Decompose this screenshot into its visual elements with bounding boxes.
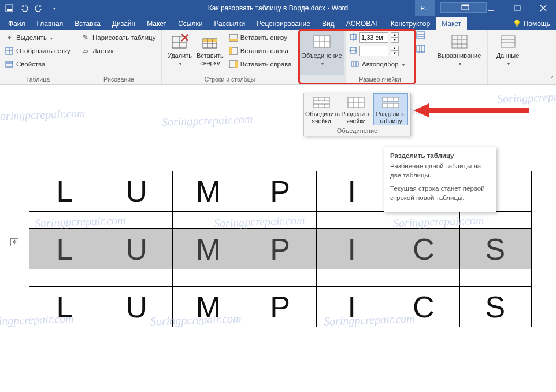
split-table-label: Разделить таблицу [376, 110, 406, 124]
tab-mailings[interactable]: Рассылки [208, 17, 251, 30]
distribute-rows-icon[interactable] [416, 31, 425, 44]
split-table-button[interactable]: Разделить таблицу [373, 93, 408, 125]
minimize-button[interactable] [478, 0, 504, 16]
merge-dropdown-button[interactable]: Объединение [299, 31, 344, 75]
table-cell[interactable]: M [173, 229, 244, 269]
qat-customize-icon[interactable]: ▾ [50, 3, 59, 13]
help-button[interactable]: 💡 Помощь [507, 17, 556, 30]
tooltip-text2: Текущая строка станет первой строкой нов… [390, 184, 490, 202]
table-cell[interactable]: S [459, 229, 531, 269]
properties-label: Свойства [16, 61, 46, 68]
tab-acrobat[interactable]: ACROBAT [340, 17, 385, 30]
tab-table-layout[interactable]: Макет [436, 17, 467, 30]
autofit-button[interactable]: Автоподбор [349, 58, 406, 71]
pencil-table-icon: ✎ [81, 33, 90, 42]
col-width-control[interactable]: ▲▼ [349, 45, 406, 57]
data-button[interactable]: Данные [494, 31, 522, 75]
table-cell[interactable]: L [29, 229, 101, 269]
redo-icon[interactable] [35, 3, 44, 13]
group-label-cellsize: Размер ячейки [349, 75, 411, 84]
table-row [29, 269, 532, 287]
distribute-cols-icon[interactable] [416, 45, 425, 57]
spin-down[interactable]: ▼ [391, 51, 399, 56]
document-area[interactable]: ✥ L U M P I C L U M P I C S [0, 85, 556, 392]
table-cell[interactable]: M [173, 287, 244, 327]
help-label: Помощь [524, 20, 550, 28]
table-cell[interactable]: L [29, 171, 101, 212]
spin-up[interactable]: ▲ [391, 32, 399, 38]
svg-rect-11 [6, 61, 13, 67]
save-icon[interactable] [5, 3, 14, 13]
tab-insert[interactable]: Вставка [69, 17, 106, 30]
insert-right-icon [229, 60, 238, 69]
height-icon [349, 33, 357, 42]
row-height-control[interactable]: ▲▼ [349, 31, 406, 44]
merge-cells-button[interactable]: Объединить ячейки [304, 93, 339, 125]
insert-below-button[interactable]: Вставить снизу [228, 31, 293, 44]
maximize-button[interactable] [504, 0, 530, 16]
table-cell[interactable]: P [244, 171, 316, 212]
tab-table-design[interactable]: Конструктор [385, 17, 436, 30]
tab-review[interactable]: Рецензирование [251, 17, 316, 30]
table-cell[interactable]: I [316, 287, 388, 327]
table-cell[interactable]: U [101, 229, 173, 269]
tab-home[interactable]: Главная [31, 17, 69, 30]
svg-rect-43 [417, 45, 425, 52]
merge-cells-icon [312, 95, 331, 109]
table-cell[interactable]: U [101, 287, 173, 327]
properties-button[interactable]: Свойства [3, 58, 72, 71]
tab-layout[interactable]: Макет [141, 17, 172, 30]
table-cell[interactable]: I [316, 229, 388, 269]
svg-rect-26 [229, 47, 232, 54]
table-cell[interactable]: P [244, 229, 316, 269]
cursor-icon: ⌖ [5, 33, 14, 42]
svg-rect-65 [383, 97, 399, 101]
table-cell[interactable]: P [244, 287, 316, 327]
eraser-button[interactable]: ▱Ластик [80, 45, 157, 57]
undo-icon[interactable] [20, 3, 29, 13]
insert-above-button[interactable]: Вставить сверху [194, 31, 226, 75]
collapse-ribbon-icon[interactable]: ˄ [551, 76, 554, 82]
draw-table-button[interactable]: ✎Нарисовать таблицу [80, 31, 157, 44]
spin-down[interactable]: ▼ [391, 38, 399, 43]
table-cell[interactable]: L [29, 287, 101, 327]
delete-button[interactable]: Удалить [165, 31, 194, 75]
table-cell[interactable]: C [388, 229, 459, 269]
table-cell[interactable]: C [388, 287, 459, 327]
grid-icon [5, 46, 14, 56]
col-width-input[interactable] [359, 46, 388, 56]
split-cells-icon [347, 95, 365, 109]
insert-left-button[interactable]: Вставить слева [228, 45, 293, 57]
insert-right-button[interactable]: Вставить справа [228, 58, 293, 71]
svg-rect-3 [462, 5, 469, 6]
table-cell[interactable]: U [101, 171, 173, 212]
spin-up[interactable]: ▲ [391, 46, 399, 51]
select-label: Выделить [16, 34, 47, 41]
svg-rect-24 [229, 39, 238, 41]
autofit-icon [350, 60, 359, 69]
tab-references[interactable]: Ссылки [172, 17, 208, 30]
alignment-icon [450, 32, 469, 51]
merge-dropdown-label: Объединение [304, 125, 410, 136]
tab-file[interactable]: Файл [2, 17, 31, 30]
select-button[interactable]: ⌖Выделить [3, 31, 72, 44]
svg-rect-5 [514, 6, 520, 10]
row-height-input[interactable] [359, 32, 388, 43]
table-cell[interactable]: M [173, 171, 244, 212]
tab-design[interactable]: Дизайн [106, 17, 141, 30]
tooltip-text1: Разбиение одной таблицы на две таблицы. [390, 162, 490, 180]
width-icon [349, 46, 357, 56]
split-cells-button[interactable]: Разделить ячейки [339, 93, 373, 125]
merge-dropdown-panel: Объединить ячейки Разделить ячейки Разде… [303, 93, 411, 136]
tab-view[interactable]: Вид [316, 17, 340, 30]
view-gridlines-button[interactable]: Отобразить сетку [3, 45, 72, 57]
table-cell[interactable]: S [459, 287, 531, 327]
ribbon-options-icon[interactable] [452, 0, 478, 16]
group-label-merge-spacer [302, 75, 342, 84]
insert-left-label: Вставить слева [240, 47, 288, 54]
alignment-button[interactable]: Выравнивание [435, 31, 484, 75]
close-button[interactable] [530, 0, 556, 16]
table-cell[interactable]: I [316, 171, 388, 212]
group-label-table: Таблица [3, 75, 72, 84]
group-label-rowscols: Строки и столбцы [165, 75, 294, 84]
